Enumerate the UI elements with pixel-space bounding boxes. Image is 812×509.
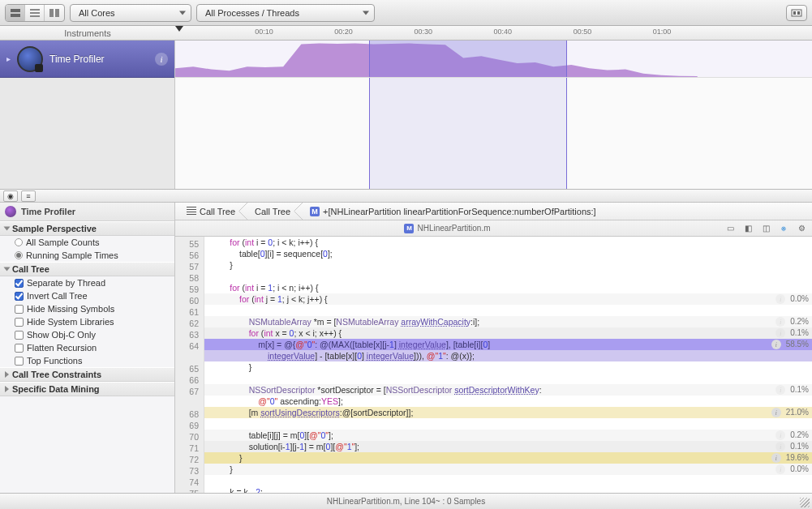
info-icon[interactable]: i [155, 53, 168, 66]
track-bodies[interactable] [175, 41, 812, 189]
code-line [204, 475, 812, 486]
time-ruler[interactable]: 00:1000:2000:3000:4000:5001:00 [175, 26, 812, 40]
sidebar-item-label: Invert Call Tree [27, 291, 88, 301]
time-selection-extended [369, 78, 566, 189]
jump-bar-label: Call Tree [255, 207, 290, 216]
code-line: for (int i = 0; i < k; i++) { [204, 237, 812, 248]
section-constraints[interactable]: Call Tree Constraints [0, 367, 174, 382]
sidebar-title: Time Profiler [0, 203, 174, 221]
sidebar-item[interactable]: Top Functions [0, 354, 174, 367]
percent-annotation: i0.2% [775, 430, 809, 441]
method-icon: M [310, 207, 320, 216]
file-tab[interactable]: M NHLinearPartition.m [175, 224, 720, 233]
code-line: table[i][j] = m[0][@"0"];i0.2% [204, 430, 812, 441]
cores-select-label: All Cores [79, 8, 115, 18]
code-line: table[0][i] = sequence[0]; [204, 248, 812, 259]
disclosure-icon [4, 227, 11, 231]
line-gutter: 5556575859606162636465666768697071727374… [175, 237, 204, 493]
svg-rect-2 [30, 9, 40, 11]
cores-select[interactable]: All Cores [70, 4, 191, 22]
sidebar-item[interactable]: Hide System Libraries [0, 315, 174, 328]
svg-rect-8 [793, 11, 796, 15]
track-empty-area [175, 78, 812, 189]
stopwatch-icon [17, 46, 43, 72]
percent-annotation: i0.1% [775, 441, 809, 452]
sidebar-title-label: Time Profiler [21, 207, 75, 216]
sidebar-item-label: Show Obj-C Only [27, 330, 96, 340]
disclosure-icon [5, 371, 9, 378]
jump-bar-label: +[NHLinearPartition linearPartitionForSe… [323, 207, 596, 216]
time-selection[interactable] [369, 41, 566, 77]
svg-rect-0 [11, 9, 20, 12]
svg-rect-9 [797, 11, 800, 15]
jump-bar-method[interactable]: M +[NHLinearPartition linearPartitionFor… [299, 203, 812, 220]
ruler-tick: 00:30 [414, 28, 432, 36]
disclosure-icon [4, 267, 11, 272]
info-icon[interactable]: i [771, 340, 781, 349]
cpu-waveform[interactable] [175, 41, 812, 78]
playhead-marker[interactable] [175, 26, 183, 32]
code-lines: for (int i = 0; i < k; i++) { table[0][i… [204, 237, 812, 493]
percent-annotation: i0.0% [775, 464, 809, 475]
processes-select-label: All Processes / Threads [205, 8, 299, 18]
info-icon: i [775, 328, 785, 338]
section-sample-perspective[interactable]: Sample Perspective [0, 221, 174, 236]
view-mode-segment[interactable] [5, 4, 65, 22]
jump-bar: Call Tree Call Tree M +[NHLinearPartitio… [175, 203, 812, 220]
code-line [204, 373, 812, 384]
assistant-button[interactable]: ◫ [758, 222, 773, 235]
file-icon: M [404, 224, 414, 233]
tracks-area: ▸ Time Profiler i [0, 41, 812, 190]
counters-button[interactable]: ◧ [741, 222, 755, 235]
instrument-dot-icon [5, 206, 16, 217]
mini-toolbar: ◉ ≡ [0, 190, 812, 203]
code-line [204, 305, 812, 316]
percent-annotation: i0.2% [775, 316, 809, 327]
section-data-mining[interactable]: Specific Data Mining [0, 382, 174, 396]
section-call-tree[interactable]: Call Tree [0, 262, 174, 276]
sidebar-item[interactable]: Show Obj-C Only [0, 328, 174, 341]
section-label: Specific Data Mining [12, 384, 100, 394]
checkbox-icon [15, 357, 24, 366]
info-icon[interactable]: i [771, 408, 781, 417]
svg-rect-1 [11, 14, 20, 17]
jump-bar-call-tree-1[interactable]: Call Tree [175, 203, 243, 220]
percent-annotation: i0.1% [775, 327, 809, 339]
track-headers: ▸ Time Profiler i [0, 41, 175, 189]
instrument-icon-small[interactable]: ◉ [3, 190, 18, 202]
checkbox-icon [15, 279, 24, 288]
checkbox-icon [15, 331, 24, 340]
view-mode-1[interactable] [6, 5, 25, 21]
track-header-time-profiler[interactable]: ▸ Time Profiler i [0, 41, 174, 78]
file-tabbar: M NHLinearPartition.m ▭ ◧ ◫ ⎈ ⚙ [175, 220, 812, 237]
sidebar-item[interactable]: All Sample Counts [0, 236, 174, 249]
code-line: [m sortUsingDescriptors:@[sortDescriptor… [204, 407, 812, 418]
jump-bar-call-tree-2[interactable]: Call Tree [243, 203, 299, 220]
ruler-tick: 00:50 [574, 28, 592, 36]
svg-rect-6 [55, 9, 59, 17]
info-icon: i [775, 430, 785, 440]
sidebar-item-label: All Sample Counts [26, 237, 100, 247]
code-line: }i19.6% [204, 452, 812, 464]
xcode-button[interactable]: ⎈ [776, 222, 791, 235]
sidebar-item[interactable]: Running Sample Times [0, 249, 174, 262]
instruments-header: Instruments 00:1000:2000:3000:4000:5001:… [0, 26, 812, 41]
code-line: solution[i-1][j-1] = m[0][@"1"];i0.1% [204, 441, 812, 452]
gear-icon[interactable]: ⚙ [794, 222, 809, 235]
sidebar-item[interactable]: Separate by Thread [0, 276, 174, 289]
info-icon[interactable]: i [771, 453, 781, 463]
track-config-button[interactable]: ≡ [21, 190, 36, 202]
sidebar-item[interactable]: Flatten Recursion [0, 341, 174, 354]
view-mode-2[interactable] [25, 5, 45, 21]
sidebar-item[interactable]: Invert Call Tree [0, 289, 174, 302]
detail-area: Time Profiler Sample Perspective All Sam… [0, 203, 812, 493]
annotations-button[interactable]: ▭ [723, 222, 737, 235]
resize-grip[interactable] [800, 498, 810, 507]
code-line: NSSortDescriptor *sortDescriptor = [NSSo… [204, 384, 812, 396]
processes-select[interactable]: All Processes / Threads [196, 4, 375, 22]
source-view[interactable]: 5556575859606162636465666768697071727374… [175, 237, 812, 493]
library-button[interactable] [786, 5, 807, 21]
sidebar-item[interactable]: Hide Missing Symbols [0, 302, 174, 315]
view-mode-3[interactable] [45, 5, 64, 21]
sidebar-item-label: Separate by Thread [27, 278, 105, 288]
